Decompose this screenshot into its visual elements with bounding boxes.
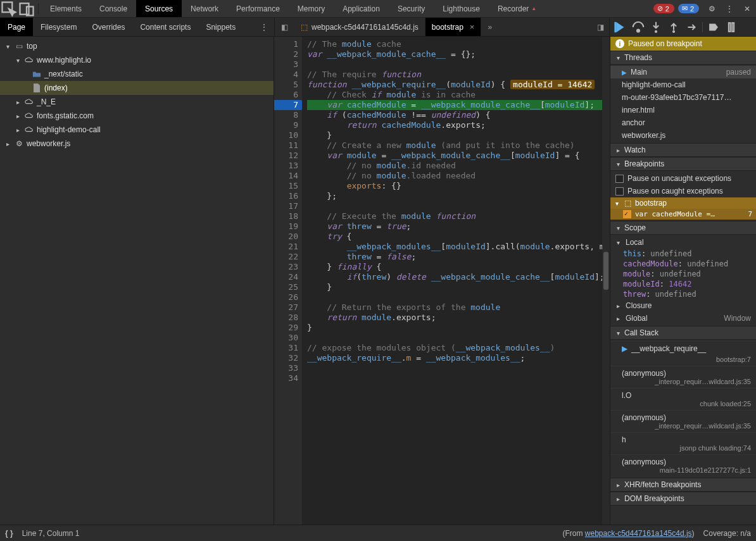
navigator-tab-page[interactable]: Page: [0, 18, 33, 36]
more-icon[interactable]: ⋮: [721, 0, 738, 18]
navigator-tab-contentscripts[interactable]: Content scripts: [132, 18, 198, 36]
thread-item[interactable]: highlight-demo-call: [610, 78, 756, 91]
scope-variable[interactable]: module: undefined: [610, 269, 756, 279]
pretty-print-icon[interactable]: { }: [5, 529, 13, 538]
current-arrow-icon: ▶: [622, 69, 627, 76]
deactivate-breakpoints-icon[interactable]: [707, 20, 721, 34]
step-over-icon[interactable]: [631, 20, 645, 34]
line-gutter[interactable]: 1234567891011121314151617181920212223242…: [274, 37, 302, 525]
cloud-icon: [24, 97, 34, 106]
tab-network[interactable]: Network: [182, 0, 227, 17]
cloud-icon: [24, 111, 34, 120]
source-link[interactable]: webpack-c5d447161a145c4d.js: [585, 529, 692, 538]
scope-variable[interactable]: threw: undefined: [610, 289, 756, 299]
more-tabs-icon[interactable]: »: [481, 23, 498, 32]
tab-security[interactable]: Security: [389, 0, 434, 17]
tree-folder-next[interactable]: _next/static: [0, 67, 274, 81]
svg-rect-8: [732, 23, 734, 32]
thread-item[interactable]: inner.html: [610, 104, 756, 116]
tree-worker[interactable]: ▸⚙webworker.js: [0, 137, 274, 151]
scope-variable[interactable]: moduleId: 14642: [610, 279, 756, 289]
thread-item[interactable]: webworker.js: [610, 129, 756, 142]
callstack-frame-current[interactable]: ▶__webpack_require__: [610, 341, 756, 356]
scope-variable[interactable]: this: undefined: [610, 249, 756, 259]
tab-recorder[interactable]: Recorder▲: [489, 0, 545, 17]
tab-lighthouse[interactable]: Lighthouse: [434, 0, 489, 17]
section-callstack[interactable]: ▾Call Stack: [610, 326, 756, 340]
tree-index-file[interactable]: (index): [0, 81, 274, 95]
tab-elements[interactable]: Elements: [41, 0, 91, 17]
toggle-debugger-icon[interactable]: ◨: [592, 23, 609, 32]
scope-variable[interactable]: cachedModule: undefined: [610, 259, 756, 269]
resume-icon[interactable]: [614, 20, 627, 34]
message-count-badge[interactable]: ✉2: [678, 4, 699, 13]
tab-memory[interactable]: Memory: [289, 0, 334, 17]
tree-demo[interactable]: ▸highlight-demo-call: [0, 123, 274, 137]
step-out-icon[interactable]: [667, 20, 681, 34]
scope-local[interactable]: ▾Local: [610, 236, 756, 249]
editor-tab-webpack[interactable]: ⬚webpack-c5d447161a145c4d.js: [294, 18, 425, 36]
callstack-frame[interactable]: (anonymous)main-119dc01e2127277c.js:1: [610, 454, 756, 476]
inspect-icon[interactable]: [0, 0, 18, 18]
coverage-info: Coverage: n/a: [703, 529, 751, 538]
close-devtools-icon[interactable]: ✕: [738, 0, 756, 18]
bp-location[interactable]: var cachedModule =…7: [610, 209, 756, 220]
bp-caught-checkbox[interactable]: Pause on caught exceptions: [610, 185, 756, 197]
navigator-more-icon[interactable]: ⋮: [256, 23, 272, 32]
js-file-icon: ⬚: [624, 199, 631, 208]
code-content[interactable]: // The module cachevar __webpack_module_…: [302, 37, 610, 525]
section-dom-bp[interactable]: ▸DOM Breakpoints: [610, 492, 756, 506]
editor-scrollbar[interactable]: [602, 37, 610, 525]
device-toggle-icon[interactable]: [18, 0, 35, 18]
tree-fonts[interactable]: ▸fonts.gstatic.com: [0, 109, 274, 123]
navigator-tabs: Page Filesystem Overrides Content script…: [0, 18, 274, 36]
callstack-frame[interactable]: (anonymous)_interop_requir…wildcard.js:3…: [610, 366, 756, 388]
editor-tab-bootstrap[interactable]: bootstrap×: [425, 18, 482, 36]
section-xhr[interactable]: ▸XHR/fetch Breakpoints: [610, 478, 756, 492]
thread-item[interactable]: m-outer-93afeeb17bc37e7117…: [610, 91, 756, 104]
scope-closure[interactable]: ▸Closure: [610, 299, 756, 312]
cursor-position: Line 7, Column 1: [22, 529, 80, 538]
tree-site[interactable]: ▾www.highlight.io: [0, 53, 274, 67]
navigator-tab-snippets[interactable]: Snippets: [198, 18, 243, 36]
scope-global[interactable]: ▸GlobalWindow: [610, 312, 756, 325]
tab-sources[interactable]: Sources: [136, 0, 182, 17]
js-file-icon: ⬚: [301, 23, 308, 32]
bp-uncaught-checkbox[interactable]: Pause on uncaught exceptions: [610, 172, 756, 185]
file-navigator[interactable]: ▾▭top ▾www.highlight.io _next/static (in…: [0, 37, 274, 525]
callstack-frame[interactable]: l.Ochunk loaded:25: [610, 388, 756, 410]
cloud-icon: [24, 56, 34, 65]
bp-file[interactable]: ▾⬚bootstrap: [610, 197, 756, 209]
thread-item[interactable]: anchor: [610, 116, 756, 129]
tree-ne[interactable]: ▸_N_E: [0, 95, 274, 109]
navigator-tab-filesystem[interactable]: Filesystem: [33, 18, 84, 36]
error-count-badge[interactable]: ⊘2: [653, 4, 674, 13]
pause-exceptions-icon[interactable]: [724, 20, 738, 34]
close-icon[interactable]: ×: [470, 22, 475, 32]
info-icon: i: [615, 39, 624, 48]
frame-icon: ▭: [14, 42, 24, 51]
tree-top[interactable]: ▾▭top: [0, 39, 274, 53]
error-icon: ⊘: [657, 4, 663, 13]
thread-main[interactable]: ▶Mainpaused: [610, 66, 756, 78]
worker-icon: ⚙: [14, 139, 24, 148]
settings-icon[interactable]: ⚙: [703, 0, 721, 18]
show-navigator-icon[interactable]: ◧: [275, 23, 294, 32]
cloud-icon: [24, 125, 34, 134]
section-threads[interactable]: ▾Threads: [610, 51, 756, 65]
paused-banner: i Paused on breakpoint: [610, 37, 756, 51]
navigator-tab-overrides[interactable]: Overrides: [84, 18, 132, 36]
code-editor[interactable]: 1234567891011121314151617181920212223242…: [274, 37, 610, 525]
bp-checkbox[interactable]: [623, 210, 631, 218]
step-into-icon[interactable]: [649, 20, 663, 34]
debugger-controls: [610, 18, 756, 36]
callstack-frame[interactable]: hjsonp chunk loading:74: [610, 432, 756, 454]
callstack-frame[interactable]: (anonymous)_interop_requir…wildcard.js:3…: [610, 410, 756, 432]
tab-console[interactable]: Console: [91, 0, 136, 17]
tab-performance[interactable]: Performance: [227, 0, 289, 17]
section-watch[interactable]: ▸Watch: [610, 143, 756, 157]
tab-application[interactable]: Application: [334, 0, 389, 17]
step-icon[interactable]: [684, 20, 698, 34]
section-scope[interactable]: ▾Scope: [610, 221, 756, 235]
section-breakpoints[interactable]: ▾Breakpoints: [610, 157, 756, 171]
